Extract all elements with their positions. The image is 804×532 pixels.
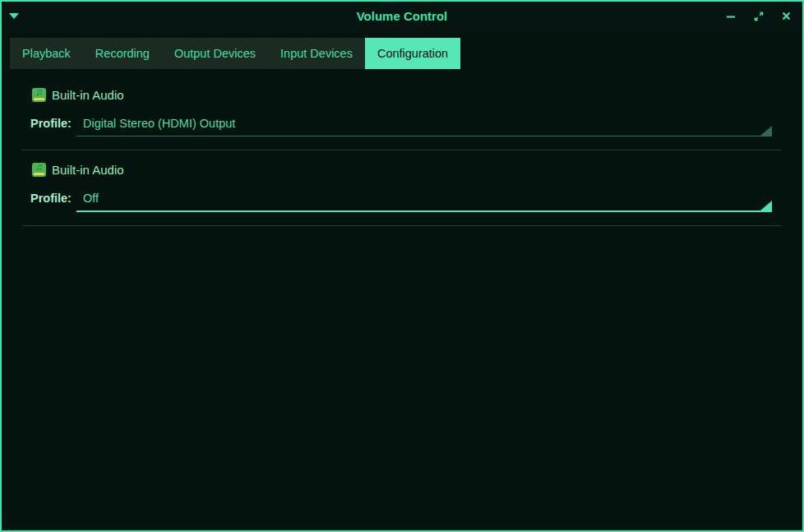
- divider: [22, 150, 782, 150]
- music-note-glyph: ♫: [32, 86, 46, 98]
- device-entry: ♫ Built-in Audio Profile: Digital Stereo…: [2, 88, 802, 136]
- tab-input-devices[interactable]: Input Devices: [268, 38, 365, 69]
- profile-selected-value: Off: [83, 192, 99, 205]
- minimize-button[interactable]: [724, 10, 737, 22]
- close-icon: [781, 11, 792, 21]
- window-controls: [724, 10, 802, 22]
- tab-playback[interactable]: Playback: [10, 38, 83, 69]
- profile-combobox[interactable]: Digital Stereo (HDMI) Output: [76, 116, 772, 136]
- icon-yellow-strip: [34, 98, 44, 100]
- tab-configuration[interactable]: Configuration: [365, 38, 460, 69]
- volume-control-window: Volume Control: [0, 0, 804, 532]
- profile-label: Profile:: [30, 192, 76, 205]
- divider: [22, 225, 782, 226]
- maximize-button[interactable]: [752, 10, 765, 22]
- close-button[interactable]: [780, 10, 792, 22]
- device-name: Built-in Audio: [52, 163, 124, 177]
- combo-corner-arrow-icon: [760, 126, 772, 136]
- device-header: ♫ Built-in Audio: [32, 88, 772, 102]
- audio-card-icon: ♫: [32, 88, 46, 102]
- device-entry: ♫ Built-in Audio Profile: Off: [2, 163, 802, 212]
- window-title: Volume Control: [2, 2, 802, 30]
- chevron-down-icon: [9, 13, 19, 19]
- minimize-icon: [725, 11, 737, 22]
- profile-label: Profile:: [30, 117, 76, 130]
- profile-row: Profile: Off: [30, 191, 772, 212]
- combo-corner-arrow-icon: [760, 201, 772, 210]
- tab-output-devices[interactable]: Output Devices: [162, 38, 268, 69]
- icon-yellow-strip: [34, 173, 44, 175]
- profile-combobox[interactable]: Off: [76, 191, 772, 212]
- restore-icon: [753, 11, 765, 22]
- device-name: Built-in Audio: [52, 88, 124, 102]
- profile-row: Profile: Digital Stereo (HDMI) Output: [30, 116, 772, 136]
- device-header: ♫ Built-in Audio: [32, 163, 772, 177]
- music-note-glyph: ♫: [32, 161, 46, 173]
- tab-recording[interactable]: Recording: [83, 38, 162, 69]
- tab-strip: Playback Recording Output Devices Input …: [10, 38, 460, 69]
- profile-selected-value: Digital Stereo (HDMI) Output: [83, 117, 235, 130]
- configuration-page: ♫ Built-in Audio Profile: Digital Stereo…: [2, 69, 802, 226]
- audio-card-icon: ♫: [32, 163, 46, 177]
- window-menu-button[interactable]: [2, 2, 26, 30]
- titlebar: Volume Control: [2, 2, 802, 30]
